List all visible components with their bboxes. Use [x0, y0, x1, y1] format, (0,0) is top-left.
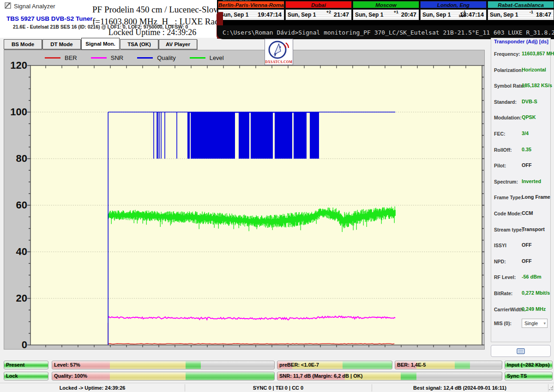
preber-progress-bar: preBER: <1.0E-7 [277, 361, 392, 369]
snr-progress-bar: SNR: 11,7 dB (Margin: 6,2 dB | OK) [277, 372, 502, 380]
dish-site-line: PF Prodelin 450 cm / Lucenec-Slovakia [92, 5, 212, 15]
tab-tsa[interactable]: TSA (OK) [120, 39, 158, 49]
terminal-command-line: C:\Users\Roman Dávid>Signal monitoring_P… [223, 29, 554, 36]
parameter-label: RollOff: [494, 147, 512, 153]
parameter-label: Spectrum: [494, 179, 518, 184]
mis-selected-value: Single [524, 321, 538, 326]
window-title: Signal Analyzer [14, 3, 55, 10]
device-list-button[interactable] [491, 345, 551, 357]
locked-uptime-line: Locked Uptime : 24:39:26 [81, 28, 224, 37]
parameter-value: 0.35 [522, 147, 531, 152]
parameter-row: Symbol Rate:185,182 KS/s [491, 83, 550, 92]
parameter-label: BitRate: [494, 291, 512, 296]
parameter-label: Code Mode: [494, 211, 522, 216]
device-icon [517, 348, 525, 354]
y-axis-tick-label: 120 [7, 59, 27, 71]
lock-indicator: Lock [4, 372, 48, 380]
clock-city-label: London, Eng [420, 1, 487, 8]
parameter-row: Frame Type:Long Frame [491, 195, 550, 204]
parameter-label: RF Level: [494, 274, 516, 280]
parameter-value: Horizontal [522, 67, 546, 72]
mis-row: MIS (0): Single ▾ [491, 321, 550, 331]
chevron-down-icon: ▾ [543, 321, 546, 326]
clock-city-label: Moscow [353, 1, 419, 8]
clock-london: London, Eng Sun, Sep 1 -1 DST 18:47:14 [420, 0, 487, 25]
clock-rabat: Rabat-Casablanca Sun, Sep 1 -1 18:47 [488, 0, 554, 25]
parameter-value: 11603,857 MHz [522, 51, 554, 56]
terminal-window[interactable]: C:\Users\Roman Dávid>Signal monitoring_P… [217, 25, 554, 39]
parameter-label: Symbol Rate: [494, 83, 525, 89]
tuner-name: TBS 5927 USB DVB-S2 Tuner [6, 15, 93, 22]
status-bar: Locked -> Uptime: 24:39:26 SYNC 0 | TEI … [0, 383, 554, 392]
mis-dropdown[interactable]: Single ▾ [522, 319, 548, 328]
y-axis-tick-label: 100 [7, 106, 27, 118]
parameter-label: Stream type: [494, 227, 524, 232]
y-axis-tick-label: 80 [7, 153, 27, 165]
world-clock-strip: Priateľoj Radok Berlin-Paris-Vienna-Roma… [217, 0, 554, 25]
parameter-label: Modulation: [494, 115, 521, 120]
sync-ts-indicator: Sync TS [505, 372, 553, 380]
mis-label: MIS (0): [494, 321, 512, 326]
status-uptime: Locked -> Uptime: 24:39:26 [0, 383, 185, 392]
parameter-label: NPD: [494, 259, 506, 264]
clock-moscow: Moscow Sun, Sep 1 +1 20:47 [353, 0, 419, 25]
parameter-row: ISSYIOFF [491, 243, 550, 252]
clock-date: Sun, Sep 1 [490, 12, 518, 18]
y-axis-tick-label: 60 [7, 199, 27, 211]
input-indicator: Input (~282 Kbps) [505, 361, 553, 369]
parameter-value: 3/4 [522, 131, 529, 136]
y-axis-tick-label: 40 [7, 246, 27, 258]
clock-date: Sun, Sep 1 [220, 12, 248, 18]
clock-city-label: Rabat-Casablanca [488, 1, 554, 8]
clock-utc-offset: -1 [530, 10, 533, 14]
parameter-value: OFF [522, 242, 532, 248]
tab-signal-mon[interactable]: Signal Mon. [81, 38, 120, 50]
clock-date: Sun, Sep 1 [355, 12, 383, 18]
window-titlebar: Signal Analyzer [5, 2, 55, 10]
clock-city-label: Berlin-Paris-Vienna-Roma [218, 1, 284, 8]
parameter-label: Polarization: [494, 67, 523, 73]
clock-time-display: Sun, Sep 1 +2 21:47 [285, 9, 352, 20]
parameter-row: RollOff:0.35 [491, 147, 550, 156]
parameter-value: QPSK [522, 114, 536, 120]
clock-time: 19:47:14 [258, 11, 282, 18]
clock-city-label: Dubai [285, 1, 352, 8]
parameter-row: Pilot:OFF [491, 163, 550, 172]
parameter-row: FEC:3/4 [491, 131, 550, 140]
clock-time-display: Sun, Sep 1 +1 20:47 [353, 9, 419, 20]
parameter-row: CarrierWidth:0,249 MHz [491, 307, 550, 316]
parameter-label: FEC: [494, 131, 506, 137]
tab-dt-mode[interactable]: DT Mode [42, 39, 81, 49]
satellite-dish-icon [265, 39, 293, 60]
clock-time: 20:47 [401, 11, 416, 18]
parameter-value: 0,272 Mbit/s [522, 290, 550, 296]
parameter-value: Long Frame [522, 194, 550, 200]
clock-time-display: Sun, Sep 1 -1 18:47 [488, 9, 554, 20]
tab-av-player[interactable]: AV Player [159, 39, 197, 49]
parameter-value: CCM [522, 210, 533, 216]
parameter-value: Inverted [522, 178, 541, 184]
parameter-value: -56 dBm [522, 274, 542, 279]
tab-bs-mode[interactable]: BS Mode [4, 39, 42, 49]
parameter-row: Standard:DVB-S [491, 99, 550, 108]
y-axis-tick-label: 20 [7, 292, 27, 304]
transponder-sidebar: Transponder (Adj) [ds] Frequency:11603,8… [491, 38, 551, 342]
level-progress-bar: Level: 57% [52, 361, 275, 369]
parameter-row: NPD:OFF [491, 259, 550, 268]
y-axis-tick-label: 0 [7, 339, 27, 351]
parameter-label: Pilot: [494, 163, 506, 168]
resize-grip[interactable] [548, 386, 553, 391]
clock-utc-offset: +1 [394, 10, 398, 14]
parameter-row: Stream type:Transport [491, 227, 550, 236]
ber-progress-bar: BER: 1,4E-5 [395, 361, 502, 369]
clock-dubai: Dubai Sun, Sep 1 +2 21:47 [285, 0, 352, 25]
parameter-label: Standard: [494, 99, 517, 105]
parameter-value: 185,182 KS/s [522, 83, 552, 88]
mode-tab-row: BS Mode DT Mode Signal Mon. TSA (OK) AV … [0, 38, 217, 50]
parameter-value: DVB-S [522, 99, 537, 104]
clock-berlin: Berlin-Paris-Vienna-Roma Sun, Sep 1 19:4… [218, 0, 284, 25]
clock-time-display: Sun, Sep 1 19:47:14 [218, 9, 284, 20]
clock-time: 18:47:14 [460, 11, 484, 18]
parameter-row: Polarization:Horizontal [491, 67, 550, 77]
clock-date: Sun, Sep 1 [288, 12, 316, 18]
